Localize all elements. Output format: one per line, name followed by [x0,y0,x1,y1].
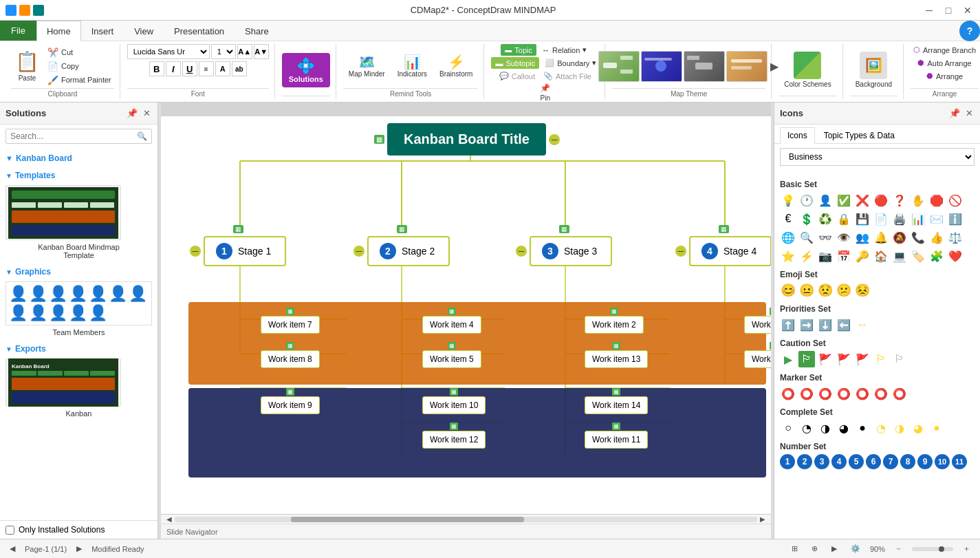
caution-2[interactable]: 🏳 [798,351,815,367]
icon-bulb[interactable]: 💡 [780,192,796,208]
icon-dollar[interactable]: 💲 [798,211,815,227]
icon-magnify[interactable]: 🔍 [798,229,815,246]
complete-1[interactable]: ◔ [798,420,815,436]
theme-thumb-1[interactable] [598,51,640,82]
num-1[interactable]: 1 [780,454,795,469]
icon-person[interactable]: 👤 [817,192,834,208]
grid-view-button[interactable]: ⊞ [787,543,802,555]
emoji-stressed[interactable]: 😣 [854,282,871,299]
boundary-button[interactable]: ⬜ Boundary▾ [542,57,599,69]
graphic-indigo[interactable]: 👤 [49,304,67,322]
priority-down[interactable]: ⬇️ [817,316,834,333]
priority-up[interactable]: ⬆️ [780,316,796,333]
font-family-select[interactable]: Lucida Sans Ur [127,44,210,59]
complete-6[interactable]: ◑ [891,420,908,436]
play-button[interactable]: ▶ [827,543,841,555]
marker-7[interactable]: ⭕ [891,385,908,402]
solutions-search-input[interactable] [6,129,133,143]
cut-button[interactable]: ✂️ Cut [45,46,114,59]
pin-button[interactable]: 📌 Pin [532,82,559,103]
priority-right[interactable]: ➡️ [798,316,815,333]
kanban-export-thumb[interactable]: Kanban Board [6,358,121,407]
graphic-cyan[interactable]: 👤 [9,304,28,322]
priority-left[interactable]: ⬅️ [836,316,852,333]
icons-panel-pin[interactable]: 📌 [948,107,961,120]
graphic-blue[interactable]: 👤 [89,285,107,303]
panel-pin-icon[interactable]: 📌 [125,107,139,120]
help-button[interactable]: ? [959,21,980,41]
caution-4[interactable]: 🚩 [836,351,852,367]
canvas-scroll[interactable]: Category 2 ▦ Kanban Board Title ─ ▦ ─ [161,103,771,514]
font-decrease-button[interactable]: A▼ [254,44,269,59]
font-increase-button[interactable]: A▲ [237,44,252,59]
num-4[interactable]: 4 [831,454,847,469]
graphic-red[interactable]: 👤 [9,285,28,303]
background-button[interactable]: 🖼️ Background [850,47,897,92]
tab-insert[interactable]: Insert [81,21,124,41]
marker-6[interactable]: ⭕ [873,385,889,402]
font-color-button[interactable]: A [215,61,230,76]
theme-thumb-3[interactable] [684,51,725,82]
icon-x[interactable]: ❌ [854,192,871,208]
topic-button[interactable]: ▬ Topic [501,44,536,56]
icon-mail[interactable]: ✉️ [928,211,945,227]
icon-home[interactable]: 🏠 [873,248,889,264]
emoji-neutral[interactable]: 😐 [798,282,815,299]
tab-presentation[interactable]: Presentation [164,21,235,41]
arrange-branch-button[interactable]: ⬡ Arrange Branch [911,44,979,56]
main-title-node[interactable]: ▦ Kanban Board Title ─ [374,123,560,155]
graphic-pink[interactable]: 👤 [69,304,87,322]
icon-tag[interactable]: 🏷️ [910,248,926,264]
align-button[interactable]: ≡ [199,61,214,76]
bold-button[interactable]: B [149,61,164,76]
stage-4-node[interactable]: ▦ ─ 4 Stage 4 [675,225,771,266]
complete-5[interactable]: ◔ [873,420,889,436]
work-item-3-node[interactable]: ▦ Work item 3 [744,342,771,368]
icon-stop[interactable]: 🛑 [928,192,945,208]
marker-5[interactable]: ⭕ [854,385,871,402]
work-item-5-node[interactable]: ▦ Work item 5 [422,342,481,368]
graphics-subsection-header[interactable]: ▼ Graphics [6,265,152,279]
complete-2[interactable]: ◑ [817,420,834,436]
panel-close-icon[interactable]: ✕ [142,107,152,120]
caution-6[interactable]: 🏳 [873,351,889,367]
emoji-happy[interactable]: 😊 [780,282,796,299]
icon-doc[interactable]: 📄 [873,211,889,227]
theme-thumb-2[interactable] [641,51,682,82]
arrange-button[interactable]: ⬣ Arrange [924,70,966,82]
tab-topic-types-data[interactable]: Topic Types & Data [816,127,902,143]
subtopic-button[interactable]: ▬ Subtopic [491,57,539,69]
italic-button[interactable]: I [166,61,181,76]
prev-page-button[interactable]: ◀ [6,543,19,555]
complete-4[interactable]: ● [854,420,871,436]
icon-globe[interactable]: 🌐 [780,229,796,246]
work-item-14-node[interactable]: ▦ Work item 14 [585,388,648,414]
icon-key[interactable]: 🔑 [854,248,871,264]
icon-question[interactable]: ❓ [891,192,908,208]
map-minder-button[interactable]: 🗺️ Map Minder [343,51,391,82]
zoom-slider-thumb[interactable] [939,546,944,552]
attach-file-button[interactable]: 📎 Attach File [541,70,594,82]
icon-hand[interactable]: ✋ [910,192,926,208]
num-2[interactable]: 2 [797,454,812,469]
work-item-2-node[interactable]: ▦ Work item 2 [585,308,644,334]
complete-3[interactable]: ◕ [836,420,852,436]
zoom-in-button[interactable]: ＋ [959,542,974,555]
icon-euro[interactable]: € [780,211,796,227]
stage-2-node[interactable]: ▦ ─ 2 Stage 2 [353,225,450,266]
icon-star[interactable]: ⭐ [780,248,796,264]
icon-phone[interactable]: 📞 [910,229,926,246]
marker-2[interactable]: ⭕ [798,385,815,402]
paste-button[interactable]: 📋 Paste [11,46,43,86]
brainstorm-button[interactable]: ⚡ Brainstorm [434,51,478,82]
stage-1-node[interactable]: ▦ ─ 1 Stage 1 [190,225,286,266]
icon-people[interactable]: 👥 [854,229,871,246]
tab-share[interactable]: Share [235,21,279,41]
work-item-11-node[interactable]: ▦ Work item 11 [585,422,648,449]
complete-0[interactable]: ○ [780,420,796,436]
work-item-4-node[interactable]: ▦ Work item 4 [422,308,481,334]
tab-icons[interactable]: Icons [780,127,815,144]
stage-3-collapse[interactable]: ─ [516,246,527,257]
font-size-select[interactable]: 14 [211,44,236,59]
tab-view[interactable]: View [124,21,164,41]
